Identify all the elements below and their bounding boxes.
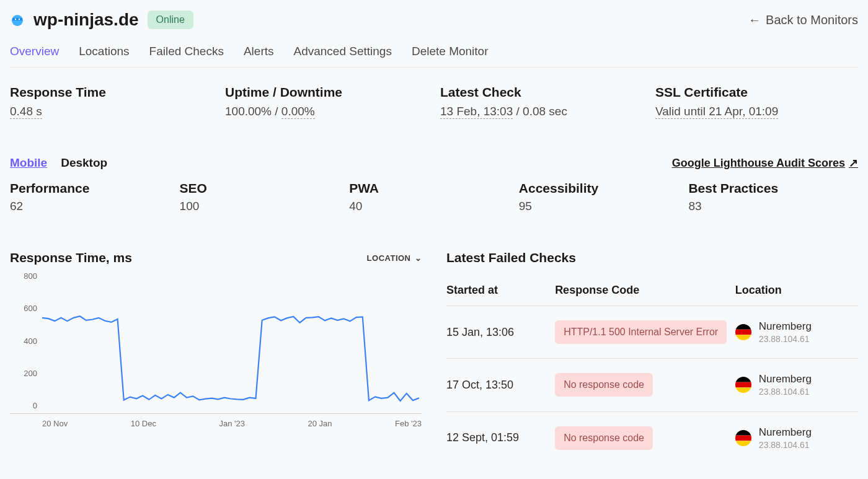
svg-rect-1 [12, 18, 22, 20]
failed-row[interactable]: 12 Sept, 01:59No response codeNuremberg2… [446, 412, 858, 464]
stat-value: 13 Feb, 13:03 / 0.08 sec [440, 105, 643, 119]
header-left: wp-ninjas.de Online [10, 10, 193, 30]
svg-rect-9 [735, 388, 751, 393]
stat-label: Latest Check [440, 85, 643, 100]
status-badge: Online [148, 11, 193, 29]
started-at: 15 Jan, 13:06 [446, 326, 549, 339]
stats-row: Response Time 0.48 s Uptime / Downtime 1… [10, 85, 858, 119]
response-badge: No response code [555, 426, 653, 450]
back-label: Back to Monitors [766, 13, 858, 27]
score-best-practices: Best Practices 83 [688, 181, 858, 213]
location-ip: 23.88.104.61 [759, 439, 812, 450]
stat-latest-check: Latest Check 13 Feb, 13:03 / 0.08 sec [440, 85, 643, 119]
device-tab-mobile[interactable]: Mobile [10, 156, 47, 170]
score-seo: SEO 100 [180, 181, 350, 213]
y-tick: 200 [24, 369, 42, 377]
flag-de-icon [735, 377, 751, 393]
main-tabs: Overview Locations Failed Checks Alerts … [10, 45, 858, 68]
svg-rect-10 [735, 430, 751, 436]
audit-header: Mobile Desktop Google Lighthouse Audit S… [10, 156, 858, 170]
audit-link-text: Google Lighthouse Audit Scores [672, 157, 845, 170]
score-label: Accessibility [519, 181, 689, 196]
back-to-monitors-link[interactable]: ← Back to Monitors [748, 13, 858, 27]
device-tab-desktop[interactable]: Desktop [61, 156, 107, 170]
location-cell: Nuremberg23.88.104.61 [735, 320, 858, 345]
stat-response-time: Response Time 0.48 s [10, 85, 213, 119]
bottom-row: Response Time, ms LOCATION ⌄ 02004006008… [10, 250, 858, 464]
stat-uptime: Uptime / Downtime 100.00% / 0.00% [225, 85, 428, 119]
chart-title: Response Time, ms [10, 250, 132, 265]
x-tick: Feb '23 [395, 419, 422, 428]
lighthouse-audit-link[interactable]: Google Lighthouse Audit Scores ↗ [672, 156, 858, 170]
failed-row[interactable]: 17 Oct, 13:50No response codeNuremberg23… [446, 359, 858, 411]
location-cell: Nuremberg23.88.104.61 [735, 372, 858, 397]
stat-label: Uptime / Downtime [225, 85, 428, 100]
tab-overview[interactable]: Overview [10, 45, 59, 67]
failed-table-header: Started at Response Code Location [446, 284, 858, 306]
svg-rect-5 [735, 330, 751, 335]
x-tick: 10 Dec [131, 419, 156, 428]
score-value: 100 [180, 200, 350, 213]
external-link-icon: ↗ [849, 156, 858, 170]
x-tick: 20 Jan [308, 419, 332, 428]
y-axis: 0200400600800 [10, 284, 42, 413]
scores-row: Performance 62 SEO 100 PWA 40 Accessibil… [10, 181, 858, 213]
chart-title-row: Response Time, ms LOCATION ⌄ [10, 250, 422, 265]
location-text: Nuremberg23.88.104.61 [759, 372, 812, 397]
stat-value: 100.00% / 0.00% [225, 105, 428, 119]
stat-value: 0.48 s [10, 105, 213, 119]
chevron-down-icon: ⌄ [415, 253, 422, 263]
location-cell: Nuremberg23.88.104.61 [735, 426, 858, 450]
tab-advanced-settings[interactable]: Advanced Settings [294, 45, 392, 67]
score-performance: Performance 62 [10, 181, 180, 213]
score-label: Best Practices [688, 181, 858, 196]
location-ip: 23.88.104.61 [759, 386, 812, 397]
location-name: Nuremberg [759, 372, 812, 386]
y-tick: 400 [24, 336, 42, 345]
svg-point-3 [19, 19, 20, 20]
chart-plot [42, 284, 419, 413]
svg-point-2 [15, 19, 16, 20]
chart-panel: Response Time, ms LOCATION ⌄ 02004006008… [10, 250, 422, 464]
svg-rect-7 [735, 377, 751, 382]
device-tabs: Mobile Desktop [10, 156, 107, 170]
svg-rect-4 [735, 324, 751, 330]
tab-alerts[interactable]: Alerts [244, 45, 274, 67]
chart-area: 0200400600800 [10, 284, 422, 414]
failed-table: Started at Response Code Location 15 Jan… [446, 284, 858, 464]
location-ip: 23.88.104.61 [759, 333, 812, 345]
score-value: 95 [519, 200, 689, 213]
tab-failed-checks[interactable]: Failed Checks [149, 45, 224, 67]
tab-locations[interactable]: Locations [79, 45, 129, 67]
y-tick: 0 [33, 402, 42, 410]
score-label: PWA [349, 181, 519, 196]
score-accessibility: Accessibility 95 [519, 181, 689, 213]
svg-rect-11 [735, 435, 751, 441]
x-tick: Jan '23 [219, 419, 245, 428]
y-tick: 800 [24, 272, 42, 280]
svg-rect-12 [735, 441, 751, 446]
failed-row[interactable]: 15 Jan, 13:06HTTP/1.1 500 Internal Serve… [446, 306, 858, 359]
started-at: 12 Sept, 01:59 [446, 431, 549, 444]
location-dropdown-label: LOCATION [367, 253, 411, 263]
tab-delete-monitor[interactable]: Delete Monitor [412, 45, 489, 67]
response-badge: No response code [555, 373, 653, 397]
failed-panel: Latest Failed Checks Started at Response… [446, 250, 858, 464]
location-dropdown[interactable]: LOCATION ⌄ [367, 253, 422, 263]
started-at: 17 Oct, 13:50 [446, 379, 549, 392]
stat-ssl: SSL Certificate Valid until 21 Apr, 01:0… [655, 85, 858, 119]
score-value: 83 [688, 200, 858, 213]
stat-label: Response Time [10, 85, 213, 100]
response-cell: HTTP/1.1 500 Internal Server Error [555, 320, 729, 344]
col-location: Location [735, 284, 858, 297]
response-cell: No response code [555, 373, 729, 397]
location-name: Nuremberg [759, 426, 812, 439]
y-tick: 600 [24, 304, 42, 312]
failed-table-body: 15 Jan, 13:06HTTP/1.1 500 Internal Serve… [446, 306, 858, 464]
response-badge: HTTP/1.1 500 Internal Server Error [555, 320, 727, 344]
score-value: 62 [10, 200, 180, 213]
score-value: 40 [349, 200, 519, 213]
location-text: Nuremberg23.88.104.61 [759, 320, 812, 345]
site-title: wp-ninjas.de [33, 10, 139, 30]
score-pwa: PWA 40 [349, 181, 519, 213]
